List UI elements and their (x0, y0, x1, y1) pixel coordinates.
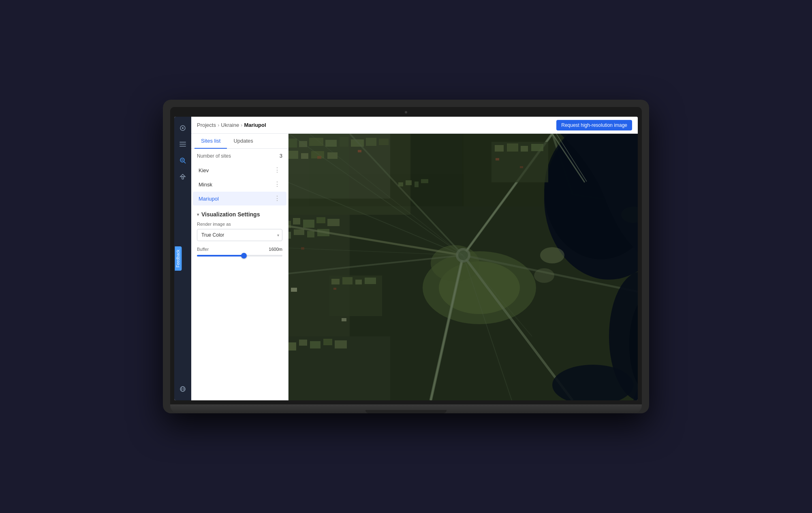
svg-rect-84 (342, 277, 353, 284)
globe-icon-btn[interactable] (176, 383, 189, 395)
svg-rect-94 (317, 156, 321, 159)
render-label: Render image as (197, 222, 282, 227)
breadcrumb-sep2: › (241, 122, 242, 128)
buffer-label: Buffer (197, 247, 209, 252)
laptop-base (170, 404, 642, 413)
buffer-row: Buffer 1600m (197, 247, 282, 252)
svg-rect-96 (301, 247, 304, 250)
svg-rect-75 (310, 341, 321, 348)
svg-rect-9 (182, 177, 184, 179)
sites-count-row: Number of sites 3 (191, 149, 288, 163)
svg-rect-2 (179, 142, 186, 143)
svg-point-103 (534, 268, 554, 283)
svg-rect-39 (294, 229, 304, 235)
svg-rect-79 (406, 180, 412, 185)
viz-title: Visualization Settings (201, 211, 260, 218)
svg-point-7 (182, 159, 183, 161)
camera-dot (405, 111, 407, 113)
slider-track (197, 255, 282, 256)
svg-rect-76 (323, 339, 332, 345)
svg-point-1 (182, 127, 184, 129)
site-item-minsk[interactable]: Minsk ⋮ (193, 177, 286, 191)
svg-rect-73 (288, 342, 296, 351)
svg-rect-4 (179, 146, 186, 147)
panel-content: Number of sites 3 Kiev ⋮ Minsk (191, 149, 288, 400)
svg-rect-67 (495, 145, 504, 152)
svg-rect-98 (496, 158, 499, 160)
breadcrumb-ukraine[interactable]: Ukraine (221, 122, 239, 128)
search-icon-btn[interactable] (176, 154, 189, 167)
sites-count-number: 3 (280, 153, 282, 159)
tabs-bar: Sites list Updates (191, 134, 288, 149)
svg-rect-68 (507, 143, 518, 152)
svg-rect-80 (415, 182, 419, 187)
svg-rect-27 (301, 153, 308, 159)
svg-rect-69 (521, 146, 528, 152)
visualization-section: ▾ Visualization Settings Render image as… (191, 207, 288, 262)
menu-icon-btn[interactable] (176, 138, 189, 151)
svg-rect-86 (365, 278, 376, 284)
viz-body: Render image as True Color False Color N… (191, 222, 288, 262)
svg-rect-23 (366, 138, 376, 146)
svg-rect-24 (379, 139, 389, 145)
svg-rect-36 (327, 219, 340, 226)
svg-rect-100 (291, 288, 297, 292)
breadcrumb: Projects › Ukraine › Mariupol (197, 122, 266, 128)
feedback-tab[interactable]: Feedback (175, 246, 182, 271)
breadcrumb-sep1: › (218, 122, 219, 128)
viz-header[interactable]: ▾ Visualization Settings (191, 207, 288, 222)
sites-count-label: Number of sites (197, 153, 231, 159)
render-select[interactable]: True Color False Color NDVI (197, 229, 282, 241)
viz-chevron-icon: ▾ (197, 212, 199, 217)
render-select-wrapper: True Color False Color NDVI ▾ (197, 229, 282, 241)
svg-rect-40 (307, 231, 314, 237)
buffer-slider[interactable] (197, 255, 282, 256)
filter-icon-btn[interactable] (176, 170, 189, 183)
svg-rect-20 (325, 140, 337, 147)
site-more-minsk[interactable]: ⋮ (274, 181, 281, 188)
svg-rect-101 (342, 318, 346, 321)
site-item-mariupol[interactable]: Mariupol ⋮ (193, 192, 286, 205)
site-item-kiev[interactable]: Kiev ⋮ (193, 163, 286, 177)
svg-rect-77 (335, 340, 347, 348)
request-highres-button[interactable]: Request high-resolution image (556, 120, 632, 130)
site-name-mariupol: Mariupol (199, 196, 219, 202)
svg-rect-74 (299, 340, 307, 346)
laptop-frame: Feedback (163, 100, 649, 413)
slider-thumb[interactable] (241, 253, 247, 259)
home-icon-btn[interactable] (176, 122, 189, 135)
svg-marker-8 (180, 174, 185, 177)
buffer-value: 1600m (269, 247, 282, 252)
svg-rect-70 (531, 144, 543, 151)
svg-rect-35 (316, 217, 325, 223)
svg-rect-83 (331, 279, 340, 284)
bottom-icons (176, 383, 189, 395)
screen-bezel: Feedback (170, 107, 642, 404)
main-panel: Sites list Updates Number of sites 3 (191, 134, 288, 400)
tab-updates[interactable]: Updates (227, 134, 259, 149)
svg-rect-21 (340, 137, 348, 147)
tab-sites-list[interactable]: Sites list (194, 134, 227, 149)
svg-rect-26 (288, 151, 298, 159)
svg-rect-85 (355, 280, 362, 284)
svg-rect-3 (179, 144, 186, 145)
svg-rect-97 (333, 288, 336, 290)
site-more-kiev[interactable]: ⋮ (274, 167, 281, 173)
slider-fill (197, 255, 244, 256)
laptop-screen: Feedback (174, 117, 638, 400)
site-name-kiev: Kiev (199, 167, 209, 173)
svg-rect-78 (398, 182, 403, 186)
svg-point-5 (180, 158, 184, 162)
svg-rect-81 (421, 179, 428, 183)
svg-point-102 (540, 247, 564, 263)
svg-line-6 (184, 162, 186, 163)
svg-rect-99 (520, 166, 523, 168)
satellite-map-svg (288, 134, 638, 400)
breadcrumb-projects[interactable]: Projects (197, 122, 216, 128)
site-name-minsk: Minsk (199, 182, 212, 188)
site-more-mariupol[interactable]: ⋮ (274, 195, 281, 202)
svg-rect-29 (327, 152, 338, 159)
icon-sidebar: Feedback (174, 117, 191, 400)
svg-rect-95 (358, 150, 361, 152)
svg-rect-33 (293, 218, 300, 224)
